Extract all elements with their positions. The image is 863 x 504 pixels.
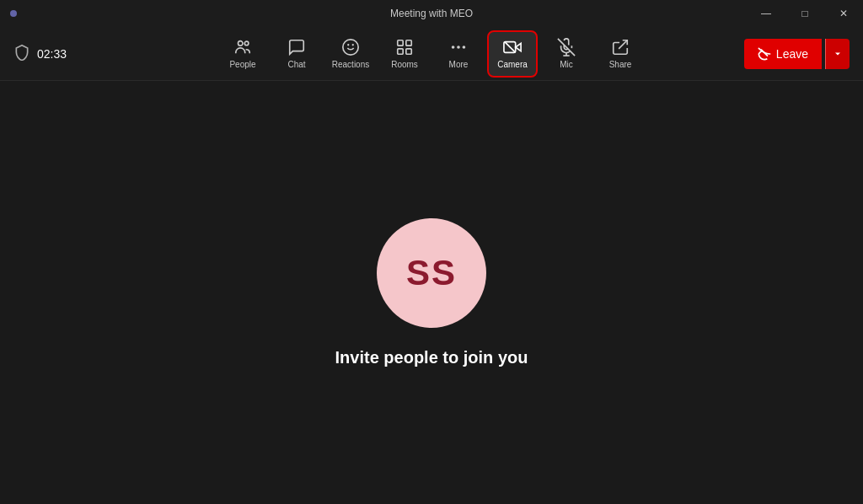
reactions-label: Reactions [332,60,369,69]
shield-icon [13,44,30,64]
rooms-label: Rooms [391,60,418,69]
svg-rect-5 [398,40,403,46]
share-icon [611,38,630,56]
app-icon [10,10,17,17]
share-label: Share [609,60,632,69]
camera-button[interactable]: Camera [487,30,538,78]
leave-chevron-button[interactable] [825,39,850,69]
invite-text: Invite people to join you [335,348,528,367]
svg-point-1 [244,41,249,46]
leave-button[interactable]: Leave [744,39,822,69]
svg-point-2 [343,40,358,55]
svg-point-9 [452,46,455,49]
svg-marker-12 [516,43,521,51]
toolbar: 02:33 People Chat [0,27,863,81]
chat-icon [287,38,306,56]
close-button[interactable]: ✕ [824,0,863,27]
window-controls: — □ ✕ [747,0,863,27]
svg-point-10 [457,46,460,49]
leave-label: Leave [776,47,808,61]
people-label: People [229,60,255,69]
svg-line-14 [505,42,516,53]
reactions-button[interactable]: Reactions [325,30,376,78]
mic-icon [557,38,576,56]
more-button[interactable]: More [433,30,484,78]
toolbar-center: People Chat Reactions [217,30,646,78]
minimize-button[interactable]: — [747,0,785,27]
rooms-icon [395,38,414,56]
avatar: SS [377,218,486,328]
window-title: Meeting with MEO [390,8,473,19]
svg-rect-7 [398,49,403,54]
reactions-icon [341,38,360,56]
svg-rect-8 [406,49,411,54]
share-button[interactable]: Share [595,30,646,78]
svg-rect-6 [406,40,411,46]
title-bar: Meeting with MEO — □ ✕ [0,0,863,27]
people-button[interactable]: People [217,30,268,78]
rooms-button[interactable]: Rooms [379,30,430,78]
more-icon [449,38,468,56]
people-icon [233,38,252,56]
timer-display: 02:33 [37,47,67,61]
svg-point-11 [463,46,466,49]
camera-label: Camera [497,60,528,69]
chat-button[interactable]: Chat [271,30,322,78]
avatar-initials: SS [406,253,457,293]
chat-label: Chat [287,60,305,69]
camera-icon [503,38,522,56]
maximize-button[interactable]: □ [785,0,824,27]
toolbar-left: 02:33 [13,44,67,64]
toolbar-right: Leave [744,39,850,69]
mic-button[interactable]: Mic [541,30,592,78]
main-content: SS Invite people to join you [0,81,863,504]
more-label: More [449,60,469,69]
svg-point-0 [239,41,244,46]
title-bar-left [10,10,17,17]
mic-label: Mic [560,60,573,69]
